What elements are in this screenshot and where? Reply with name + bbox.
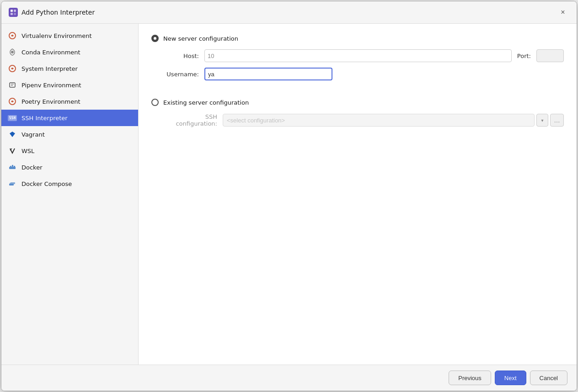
sidebar-item-label: System Interpreter [21,65,78,72]
ssh-icon: SSH [8,113,17,122]
vagrant-icon [8,130,17,139]
ssh-dropdown-button: ▾ [536,114,548,127]
new-server-section: New server configuration Host: Port: Use… [151,35,564,90]
svg-rect-2 [11,13,13,15]
sidebar-item-pipenv[interactable]: Pipenv Environment [1,77,138,93]
svg-point-5 [11,51,14,53]
dialog-footer: Previous Next Cancel [1,365,577,391]
ssh-config-row: <select configuration> ▾ … [223,114,564,127]
next-button[interactable]: Next [495,371,526,385]
conda-icon [8,48,17,57]
username-label: Username: [163,71,204,78]
sidebar-item-label: Poetry Environment [21,98,80,105]
sidebar-item-label: WSL [21,148,34,154]
new-server-form: Host: Port: Username: [163,49,564,80]
sidebar-item-conda[interactable]: Conda Environment [1,44,138,60]
sidebar-item-poetry[interactable]: Poetry Environment [1,93,138,110]
svg-rect-9 [9,167,16,169]
port-input[interactable] [536,49,564,62]
svg-rect-3 [14,13,16,15]
sidebar-item-docker[interactable]: Docker [1,159,138,175]
new-server-radio[interactable] [151,35,159,42]
sidebar-item-label: Vagrant [21,131,45,138]
existing-server-section: Existing server configuration SSH config… [151,99,564,127]
virtualenv-icon [8,31,17,40]
svg-rect-12 [12,166,13,167]
sidebar-item-label: Docker Compose [21,180,72,187]
cancel-button[interactable]: Cancel [530,371,567,385]
svg-rect-7 [10,83,15,87]
sidebar-item-vagrant[interactable]: Vagrant [1,126,138,143]
sidebar-item-virtualenv[interactable]: Virtualenv Environment [1,27,138,44]
ssh-ellipsis-button: … [550,114,564,127]
existing-server-form: SSH configuration: <select configuration… [163,113,564,127]
pipenv-icon [8,80,17,90]
svg-rect-16 [10,183,11,184]
wsl-icon [8,146,17,155]
sidebar-item-label: Pipenv Environment [21,82,81,89]
docker-compose-icon [8,179,17,188]
svg-rect-15 [11,182,15,184]
docker-icon [8,163,17,172]
close-button[interactable]: × [557,6,569,19]
new-server-title: New server configuration [163,35,238,42]
svg-rect-1 [14,10,16,12]
existing-server-title: Existing server configuration [163,99,249,106]
host-row: Port: [204,49,564,62]
sidebar-item-system[interactable]: System Interpreter [1,60,138,77]
port-label: Port: [517,53,531,59]
sidebar-item-docker-compose[interactable]: Docker Compose [1,175,138,192]
svg-rect-10 [10,166,11,167]
dialog-title: Add Python Interpreter [21,9,553,16]
dialog-body: Virtualenv Environment Conda Environment… [1,24,577,365]
svg-rect-11 [12,165,13,166]
sidebar: Virtualenv Environment Conda Environment… [1,24,139,365]
svg-rect-0 [11,10,13,12]
sidebar-item-wsl[interactable]: WSL [1,143,138,159]
system-icon [8,64,17,73]
existing-server-header: Existing server configuration [151,99,564,106]
sidebar-item-label: Conda Environment [21,49,80,56]
sidebar-item-ssh[interactable]: SSH SSH Interpreter [1,110,138,126]
svg-rect-13 [14,166,15,167]
host-label: Host: [163,53,204,59]
sidebar-item-label: SSH Interpreter [21,115,68,122]
new-server-header: New server configuration [151,35,564,42]
sidebar-item-label: Virtualenv Environment [21,32,92,39]
poetry-icon [8,97,17,106]
app-icon [9,8,18,17]
main-content: New server configuration Host: Port: Use… [139,24,577,365]
title-bar: Add Python Interpreter × [1,1,577,24]
sidebar-item-label: Docker [21,164,43,171]
username-input[interactable] [204,68,332,80]
host-input[interactable] [204,49,512,62]
existing-server-radio[interactable] [151,99,159,106]
ssh-config-label: SSH configuration: [163,113,223,127]
add-python-interpreter-dialog: Add Python Interpreter × Virtualenv Envi… [1,1,577,391]
previous-button[interactable]: Previous [449,371,491,385]
ssh-config-select: <select configuration> [223,114,535,127]
